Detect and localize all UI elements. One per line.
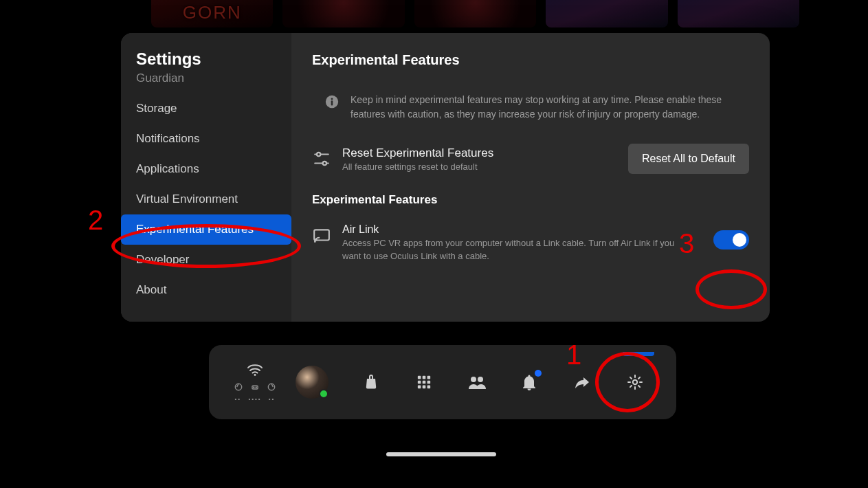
air-link-title: Air Link	[342, 223, 702, 236]
background-game-tiles: GORN	[151, 0, 799, 34]
sidebar-item-virtual-environment[interactable]: Virtual Environment	[121, 184, 291, 214]
svg-rect-18	[423, 381, 426, 384]
svg-rect-2	[331, 100, 333, 105]
settings-content: Experimental Features Keep in mind exper…	[291, 33, 770, 322]
svg-point-25	[632, 380, 636, 384]
svg-point-5	[317, 153, 320, 156]
svg-rect-15	[423, 376, 426, 379]
sidebar-item-experimental-features[interactable]: Experimental Features	[121, 214, 291, 245]
dock-share-button[interactable]	[567, 367, 597, 397]
sidebar-item-guardian[interactable]: Guardian	[121, 73, 291, 93]
bg-tile-gorn: GORN	[151, 0, 273, 27]
dock-apps-button[interactable]	[409, 367, 439, 397]
dock-store-button[interactable]	[356, 367, 386, 397]
svg-rect-16	[427, 376, 431, 379]
controller-battery-icons	[234, 382, 276, 392]
feature-row-air-link: Air Link Access PC VR apps from your com…	[312, 219, 749, 263]
svg-point-11	[254, 387, 254, 388]
sidebar-item-about[interactable]: About	[121, 275, 291, 305]
svg-rect-21	[423, 386, 426, 389]
reset-all-button[interactable]: Reset All to Default	[628, 144, 749, 174]
settings-sidebar: Settings Guardian Storage Notifications …	[121, 33, 291, 322]
cast-icon	[312, 226, 331, 245]
section-label-experimental: Experimental Features	[312, 186, 749, 207]
svg-rect-22	[427, 386, 431, 389]
home-indicator[interactable]	[386, 452, 496, 456]
dock-notifications-button[interactable]	[514, 367, 544, 397]
settings-panel: Settings Guardian Storage Notifications …	[121, 33, 770, 322]
sidebar-item-storage[interactable]: Storage	[121, 93, 291, 124]
sliders-icon	[312, 149, 331, 168]
svg-rect-14	[418, 376, 421, 379]
svg-rect-20	[418, 386, 421, 389]
info-row: Keep in mind experimental features may s…	[312, 80, 749, 126]
svg-rect-19	[427, 381, 431, 384]
dock-settings-button[interactable]	[620, 367, 650, 397]
sidebar-items: Guardian Storage Notifications Applicati…	[121, 73, 291, 305]
svg-point-23	[471, 377, 476, 382]
dock-items	[345, 367, 661, 397]
svg-point-1	[331, 98, 333, 100]
reset-title: Reset Experimental Features	[342, 146, 617, 160]
info-icon	[324, 94, 340, 109]
dock-status[interactable]: •• •••• ••	[224, 363, 286, 402]
dock-people-button[interactable]	[462, 367, 492, 397]
annotation-number-2: 2	[88, 205, 103, 236]
bg-tile-3	[414, 0, 536, 27]
wifi-icon	[247, 363, 263, 377]
bg-tile-4	[546, 0, 667, 27]
sidebar-item-applications[interactable]: Applications	[121, 154, 291, 184]
sidebar-item-developer[interactable]: Developer	[121, 245, 291, 275]
svg-point-24	[478, 377, 483, 382]
air-link-subtitle: Access PC VR apps from your computer wit…	[342, 237, 693, 263]
svg-point-12	[256, 387, 256, 388]
svg-point-6	[323, 162, 326, 165]
svg-rect-17	[418, 381, 421, 384]
battery-dots: •• •••• ••	[235, 396, 276, 402]
content-title: Experimental Features	[312, 52, 749, 68]
air-link-toggle[interactable]	[713, 230, 749, 249]
avatar[interactable]	[296, 366, 329, 399]
svg-point-8	[254, 374, 256, 376]
bg-tile-2	[282, 0, 404, 27]
info-text: Keep in mind experimental features may s…	[350, 93, 749, 122]
bg-tile-5	[678, 0, 799, 27]
reset-subtitle: All feature settings reset to default	[342, 162, 617, 172]
active-indicator	[623, 352, 654, 356]
toggle-knob	[733, 233, 746, 247]
reset-row: Reset Experimental Features All feature …	[312, 138, 749, 174]
sidebar-title: Settings	[121, 49, 291, 69]
system-dock: •• •••• ••	[209, 345, 676, 419]
presence-indicator	[319, 389, 329, 399]
notification-dot	[535, 370, 542, 377]
sidebar-item-notifications[interactable]: Notifications	[121, 124, 291, 154]
